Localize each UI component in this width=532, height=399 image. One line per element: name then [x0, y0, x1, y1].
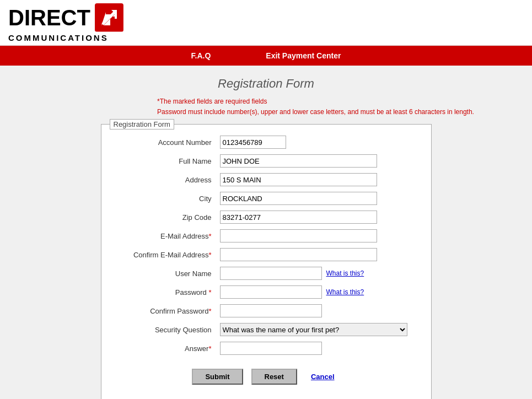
full-name-input[interactable] — [220, 154, 377, 168]
zip-row: Zip Code — [118, 211, 415, 224]
city-label: City — [118, 195, 220, 203]
main-content: Registration Form *The marked fields are… — [0, 66, 532, 399]
email-row: E-Mail Address* — [118, 229, 415, 242]
confirm-email-input[interactable] — [220, 248, 377, 261]
username-row: User Name What is this? — [118, 267, 415, 280]
answer-input[interactable] — [220, 342, 322, 355]
required-note: *The marked fields are required fields — [157, 98, 532, 105]
security-question-label: Security Question — [118, 326, 220, 334]
arrow-icon — [99, 8, 119, 28]
username-label: User Name — [118, 269, 220, 278]
zip-input[interactable] — [220, 211, 377, 224]
city-row: City — [118, 192, 415, 205]
email-input[interactable] — [220, 229, 377, 242]
submit-button[interactable]: Submit — [192, 369, 243, 385]
full-name-label: Full Name — [118, 157, 220, 165]
logo: DIRECT COMMUNICATIONS — [8, 3, 123, 42]
confirm-email-label: Confirm E-Mail Address* — [118, 251, 220, 259]
address-label: Address — [118, 176, 220, 184]
navbar: F.A.Q Exit Payment Center — [0, 46, 532, 66]
logo-communications: COMMUNICATIONS — [8, 33, 109, 42]
password-input[interactable] — [220, 285, 322, 299]
email-label: E-Mail Address* — [118, 232, 220, 240]
account-number-row: Account Number — [118, 136, 415, 149]
header: DIRECT COMMUNICATIONS — [0, 0, 532, 46]
password-note: Password must include number(s), upper a… — [157, 108, 532, 116]
username-input[interactable] — [220, 267, 322, 280]
address-input[interactable] — [220, 173, 377, 186]
cancel-button[interactable]: Cancel — [305, 369, 340, 385]
answer-row: Answer* — [118, 342, 415, 355]
security-question-select[interactable]: What was the name of your first pet? Wha… — [220, 323, 407, 336]
page-title: Registration Form — [0, 77, 532, 91]
city-input[interactable] — [220, 192, 377, 205]
answer-label: Answer* — [118, 344, 220, 353]
account-number-label: Account Number — [118, 138, 220, 147]
security-question-row: Security Question What was the name of y… — [118, 323, 415, 336]
confirm-password-row: Confirm Password* — [118, 304, 415, 317]
zip-label: Zip Code — [118, 213, 220, 222]
account-number-input[interactable] — [220, 136, 286, 149]
faq-link[interactable]: F.A.Q — [191, 51, 211, 60]
password-row: Password * What is this? — [118, 285, 415, 299]
form-legend: Registration Form — [110, 119, 174, 130]
buttons-row: Submit Reset Cancel — [118, 369, 415, 385]
address-row: Address — [118, 173, 415, 186]
password-what-is-this[interactable]: What is this? — [326, 288, 364, 296]
reset-button[interactable]: Reset — [251, 369, 297, 385]
full-name-row: Full Name — [118, 154, 415, 168]
logo-icon — [95, 3, 123, 32]
exit-link[interactable]: Exit Payment Center — [266, 51, 341, 60]
username-what-is-this[interactable]: What is this? — [326, 269, 364, 277]
confirm-password-label: Confirm Password* — [118, 307, 220, 315]
confirm-password-input[interactable] — [220, 304, 322, 317]
form-container: Registration Form Account Number Full Na… — [101, 124, 432, 399]
logo-text: DIRECT — [8, 3, 123, 32]
logo-direct: DIRECT — [8, 7, 90, 29]
confirm-email-row: Confirm E-Mail Address* — [118, 248, 415, 261]
password-label: Password * — [118, 288, 220, 296]
